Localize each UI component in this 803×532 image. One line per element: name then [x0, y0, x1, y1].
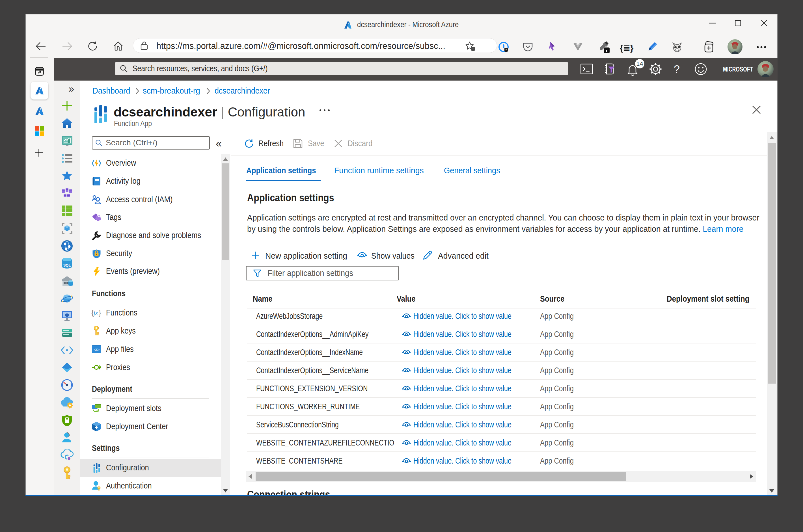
svg-text:</>: </>	[94, 347, 100, 352]
svg-text:}: }	[99, 308, 101, 317]
svg-text:SQL: SQL	[63, 263, 71, 267]
svg-text:fx: fx	[94, 309, 98, 316]
